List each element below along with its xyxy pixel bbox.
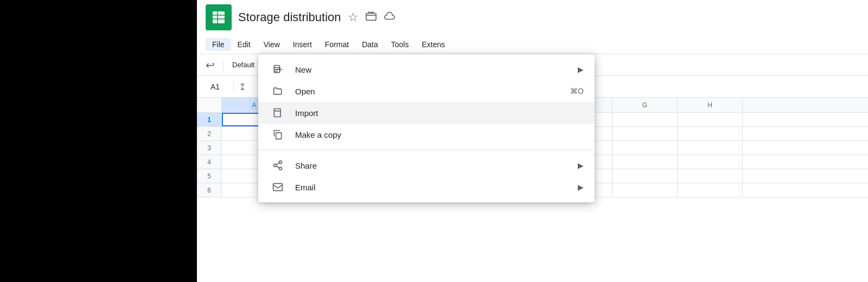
open-label: Open — [295, 87, 570, 96]
svg-point-15 — [274, 164, 277, 167]
open-icon — [269, 86, 286, 97]
svg-point-16 — [279, 167, 282, 170]
open-shortcut: ⌘O — [570, 87, 584, 95]
menu-tools[interactable]: Tools — [385, 38, 416, 51]
cell-h4[interactable] — [678, 155, 743, 169]
cell-g2[interactable] — [612, 127, 678, 140]
row-num-2[interactable]: 2 — [197, 127, 222, 140]
svg-rect-13 — [276, 133, 282, 139]
menu-view[interactable]: View — [257, 38, 286, 51]
col-header-h[interactable]: H — [678, 98, 743, 112]
svg-line-17 — [276, 166, 279, 168]
menu-insert[interactable]: Insert — [286, 38, 318, 51]
move-to-folder-icon[interactable] — [365, 10, 377, 25]
email-icon — [269, 182, 286, 193]
svg-rect-4 — [366, 13, 375, 20]
menu-extensions[interactable]: Extens — [415, 38, 451, 51]
toolbar-separator-1 — [223, 60, 224, 70]
cell-h1[interactable] — [678, 113, 743, 126]
dropdown-divider-1 — [258, 150, 595, 150]
cell-h5[interactable] — [678, 169, 743, 183]
menu-bar: File Edit View Insert Format Data Tools … — [197, 35, 868, 54]
file-title: Storage distribution — [238, 10, 341, 24]
cell-g1[interactable] — [612, 113, 678, 126]
menu-item-open[interactable]: Open ⌘O — [258, 80, 595, 102]
cell-g3[interactable] — [612, 141, 678, 155]
row-num-6[interactable]: 6 — [197, 183, 222, 197]
menu-file[interactable]: File — [206, 38, 231, 51]
sheets-logo — [206, 4, 232, 30]
menu-item-email[interactable]: Email ▶ — [258, 176, 595, 198]
cell-g6[interactable] — [612, 183, 678, 197]
email-arrow: ▶ — [578, 183, 584, 191]
import-label: Import — [295, 108, 584, 118]
star-icon[interactable]: ☆ — [348, 10, 359, 24]
row-num-3[interactable]: 3 — [197, 141, 222, 155]
menu-data[interactable]: Data — [355, 38, 385, 51]
cell-h2[interactable] — [678, 127, 743, 140]
undo-button[interactable]: ↩ — [201, 56, 219, 74]
formula-icon — [238, 82, 247, 91]
menu-item-new[interactable]: New ▶ — [258, 59, 595, 80]
cell-reference[interactable]: A1 — [201, 82, 234, 91]
svg-rect-0 — [213, 11, 225, 23]
make-copy-label: Make a copy — [295, 130, 584, 139]
share-arrow: ▶ — [578, 161, 584, 170]
cell-g4[interactable] — [612, 155, 678, 169]
new-label: New — [295, 65, 578, 74]
copy-icon — [269, 129, 286, 140]
new-icon — [269, 64, 286, 75]
svg-rect-11 — [274, 109, 280, 117]
share-label: Share — [295, 161, 578, 170]
header-spacer — [197, 98, 222, 112]
row-num-5[interactable]: 5 — [197, 169, 222, 183]
import-icon — [269, 107, 286, 118]
cell-h6[interactable] — [678, 183, 743, 197]
row-num-4[interactable]: 4 — [197, 155, 222, 169]
row-num-1[interactable]: 1 — [197, 113, 222, 126]
new-arrow: ▶ — [578, 65, 584, 74]
svg-line-18 — [276, 163, 279, 164]
file-dropdown-menu: New ▶ Open ⌘O Import Make a copy — [258, 54, 595, 202]
svg-rect-19 — [273, 183, 283, 190]
menu-item-share[interactable]: Share ▶ — [258, 155, 595, 176]
menu-format[interactable]: Format — [318, 38, 355, 51]
font-name: Default — [232, 61, 254, 69]
menu-item-import[interactable]: Import — [258, 102, 595, 124]
col-header-g[interactable]: G — [612, 98, 678, 112]
cell-g5[interactable] — [612, 169, 678, 183]
menu-edit[interactable]: Edit — [231, 38, 257, 51]
menu-item-make-copy[interactable]: Make a copy — [258, 124, 595, 145]
cell-h3[interactable] — [678, 141, 743, 155]
svg-point-14 — [279, 161, 282, 164]
email-label: Email — [295, 183, 578, 192]
cloud-save-icon[interactable] — [384, 10, 395, 25]
share-icon — [269, 160, 286, 171]
